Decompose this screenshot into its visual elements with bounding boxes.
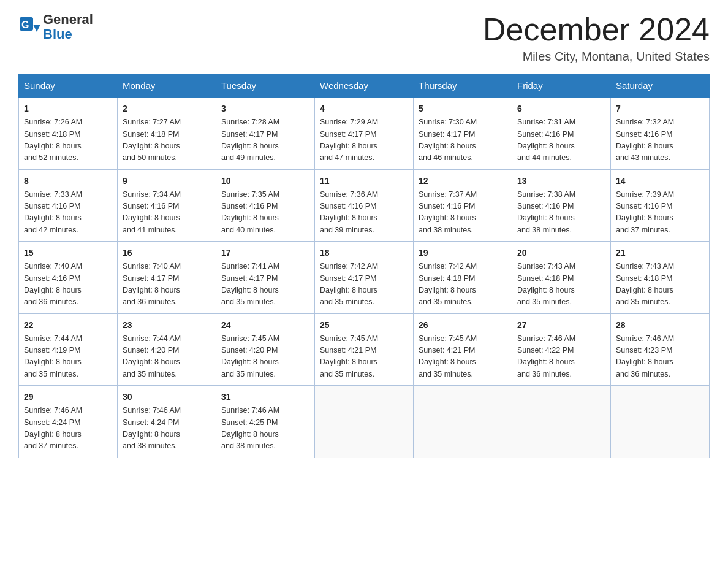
calendar-cell: 20Sunrise: 7:43 AMSunset: 4:18 PMDayligh… <box>512 242 611 314</box>
day-info: Sunrise: 7:45 AMSunset: 4:20 PMDaylight:… <box>221 333 309 381</box>
calendar-cell <box>611 386 710 458</box>
day-number: 25 <box>320 319 408 332</box>
day-number: 10 <box>221 175 309 188</box>
day-number: 9 <box>123 175 211 188</box>
calendar-cell: 5Sunrise: 7:30 AMSunset: 4:17 PMDaylight… <box>414 98 512 170</box>
day-info: Sunrise: 7:42 AMSunset: 4:18 PMDaylight:… <box>419 261 507 308</box>
calendar-cell: 27Sunrise: 7:46 AMSunset: 4:22 PMDayligh… <box>512 313 611 386</box>
calendar-cell: 17Sunrise: 7:41 AMSunset: 4:17 PMDayligh… <box>216 242 315 314</box>
day-info: Sunrise: 7:36 AMSunset: 4:16 PMDaylight:… <box>320 189 408 237</box>
logo: G General Blue <box>18 12 93 42</box>
day-number: 22 <box>24 319 112 332</box>
day-number: 8 <box>24 175 112 188</box>
day-info: Sunrise: 7:45 AMSunset: 4:21 PMDaylight:… <box>419 333 507 381</box>
calendar-cell: 3Sunrise: 7:28 AMSunset: 4:17 PMDaylight… <box>216 98 315 170</box>
calendar-cell: 9Sunrise: 7:34 AMSunset: 4:16 PMDaylight… <box>118 169 216 242</box>
day-info: Sunrise: 7:43 AMSunset: 4:18 PMDaylight:… <box>517 261 605 308</box>
day-number: 24 <box>221 319 309 332</box>
logo-general: General <box>43 12 93 27</box>
day-number: 17 <box>221 247 309 259</box>
calendar-cell: 8Sunrise: 7:33 AMSunset: 4:16 PMDaylight… <box>19 169 118 242</box>
svg-text:G: G <box>21 20 29 30</box>
calendar-cell: 21Sunrise: 7:43 AMSunset: 4:18 PMDayligh… <box>611 242 710 314</box>
header-row: Sunday Monday Tuesday Wednesday Thursday… <box>19 74 710 98</box>
day-info: Sunrise: 7:30 AMSunset: 4:17 PMDaylight:… <box>419 117 507 164</box>
day-info: Sunrise: 7:34 AMSunset: 4:16 PMDaylight:… <box>123 189 211 237</box>
logo-icon: G <box>18 16 40 38</box>
day-number: 3 <box>221 102 309 115</box>
day-number: 2 <box>123 102 211 115</box>
calendar-body: 1Sunrise: 7:26 AMSunset: 4:18 PMDaylight… <box>19 98 710 458</box>
day-number: 19 <box>419 247 507 259</box>
col-tuesday: Tuesday <box>216 74 315 98</box>
calendar-cell: 2Sunrise: 7:27 AMSunset: 4:18 PMDaylight… <box>118 98 216 170</box>
day-number: 27 <box>517 319 605 332</box>
day-info: Sunrise: 7:46 AMSunset: 4:25 PMDaylight:… <box>221 405 309 453</box>
day-number: 26 <box>419 319 507 332</box>
day-number: 20 <box>517 247 605 259</box>
day-number: 11 <box>320 175 408 188</box>
calendar-cell: 26Sunrise: 7:45 AMSunset: 4:21 PMDayligh… <box>414 313 512 386</box>
day-number: 14 <box>616 175 704 188</box>
day-number: 31 <box>221 391 309 404</box>
col-thursday: Thursday <box>414 74 512 98</box>
day-info: Sunrise: 7:42 AMSunset: 4:17 PMDaylight:… <box>320 261 408 308</box>
page-header: G General Blue December 2024 Miles City,… <box>18 12 710 64</box>
day-info: Sunrise: 7:32 AMSunset: 4:16 PMDaylight:… <box>616 117 704 164</box>
calendar-cell: 11Sunrise: 7:36 AMSunset: 4:16 PMDayligh… <box>315 169 414 242</box>
day-info: Sunrise: 7:46 AMSunset: 4:24 PMDaylight:… <box>24 405 112 453</box>
col-sunday: Sunday <box>19 74 118 98</box>
calendar-header: Sunday Monday Tuesday Wednesday Thursday… <box>19 74 710 98</box>
day-number: 18 <box>320 247 408 259</box>
calendar-cell: 24Sunrise: 7:45 AMSunset: 4:20 PMDayligh… <box>216 313 315 386</box>
calendar-cell: 6Sunrise: 7:31 AMSunset: 4:16 PMDaylight… <box>512 98 611 170</box>
day-number: 21 <box>616 247 704 259</box>
col-wednesday: Wednesday <box>315 74 414 98</box>
day-info: Sunrise: 7:44 AMSunset: 4:19 PMDaylight:… <box>24 333 112 381</box>
day-info: Sunrise: 7:27 AMSunset: 4:18 PMDaylight:… <box>123 117 211 164</box>
day-info: Sunrise: 7:37 AMSunset: 4:16 PMDaylight:… <box>419 189 507 237</box>
day-info: Sunrise: 7:38 AMSunset: 4:16 PMDaylight:… <box>517 189 605 237</box>
calendar-cell: 4Sunrise: 7:29 AMSunset: 4:17 PMDaylight… <box>315 98 414 170</box>
calendar-cell: 12Sunrise: 7:37 AMSunset: 4:16 PMDayligh… <box>414 169 512 242</box>
col-saturday: Saturday <box>611 74 710 98</box>
calendar-cell <box>512 386 611 458</box>
title-area: December 2024 Miles City, Montana, Unite… <box>483 12 710 64</box>
svg-marker-1 <box>33 25 40 32</box>
day-info: Sunrise: 7:40 AMSunset: 4:16 PMDaylight:… <box>24 261 112 308</box>
calendar-cell: 18Sunrise: 7:42 AMSunset: 4:17 PMDayligh… <box>315 242 414 314</box>
calendar-cell: 7Sunrise: 7:32 AMSunset: 4:16 PMDaylight… <box>611 98 710 170</box>
calendar-cell: 30Sunrise: 7:46 AMSunset: 4:24 PMDayligh… <box>118 386 216 458</box>
calendar-cell <box>315 386 414 458</box>
week-row-4: 22Sunrise: 7:44 AMSunset: 4:19 PMDayligh… <box>19 313 710 386</box>
calendar-cell: 15Sunrise: 7:40 AMSunset: 4:16 PMDayligh… <box>19 242 118 314</box>
day-number: 1 <box>24 102 112 115</box>
calendar-cell: 16Sunrise: 7:40 AMSunset: 4:17 PMDayligh… <box>118 242 216 314</box>
calendar-cell: 19Sunrise: 7:42 AMSunset: 4:18 PMDayligh… <box>414 242 512 314</box>
day-info: Sunrise: 7:40 AMSunset: 4:17 PMDaylight:… <box>123 261 211 308</box>
calendar-cell: 1Sunrise: 7:26 AMSunset: 4:18 PMDaylight… <box>19 98 118 170</box>
day-info: Sunrise: 7:43 AMSunset: 4:18 PMDaylight:… <box>616 261 704 308</box>
month-title: December 2024 <box>483 12 710 47</box>
day-number: 30 <box>123 391 211 404</box>
calendar-cell: 22Sunrise: 7:44 AMSunset: 4:19 PMDayligh… <box>19 313 118 386</box>
calendar-table: Sunday Monday Tuesday Wednesday Thursday… <box>18 74 710 458</box>
day-number: 13 <box>517 175 605 188</box>
logo-blue: Blue <box>43 26 72 42</box>
week-row-3: 15Sunrise: 7:40 AMSunset: 4:16 PMDayligh… <box>19 242 710 314</box>
day-number: 7 <box>616 102 704 115</box>
col-friday: Friday <box>512 74 611 98</box>
calendar-cell: 23Sunrise: 7:44 AMSunset: 4:20 PMDayligh… <box>118 313 216 386</box>
calendar-cell: 10Sunrise: 7:35 AMSunset: 4:16 PMDayligh… <box>216 169 315 242</box>
day-info: Sunrise: 7:46 AMSunset: 4:23 PMDaylight:… <box>616 333 704 381</box>
day-info: Sunrise: 7:26 AMSunset: 4:18 PMDaylight:… <box>24 117 112 164</box>
day-number: 4 <box>320 102 408 115</box>
day-info: Sunrise: 7:41 AMSunset: 4:17 PMDaylight:… <box>221 261 309 308</box>
day-number: 6 <box>517 102 605 115</box>
day-number: 12 <box>419 175 507 188</box>
day-info: Sunrise: 7:45 AMSunset: 4:21 PMDaylight:… <box>320 333 408 381</box>
day-number: 16 <box>123 247 211 259</box>
location-title: Miles City, Montana, United States <box>483 50 710 64</box>
week-row-2: 8Sunrise: 7:33 AMSunset: 4:16 PMDaylight… <box>19 169 710 242</box>
calendar-cell: 14Sunrise: 7:39 AMSunset: 4:16 PMDayligh… <box>611 169 710 242</box>
